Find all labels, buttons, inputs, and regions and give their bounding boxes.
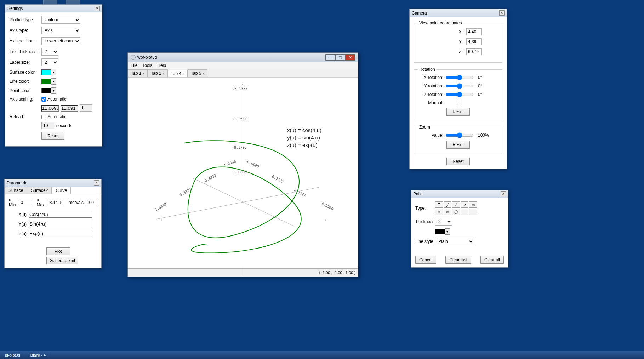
plot3d-window: wpf-plot3d — ▢ ✕ File Tools Help Tab 1x … xyxy=(127,52,358,277)
close-tab-icon[interactable]: x xyxy=(203,72,204,75)
close-tab-icon[interactable]: x xyxy=(163,72,165,75)
xu-input[interactable] xyxy=(29,211,92,218)
scale-z-input[interactable] xyxy=(80,104,92,112)
settings-reset-button[interactable]: Reset xyxy=(41,132,64,140)
tool-circle[interactable]: ○ xyxy=(435,209,443,215)
plot3d-title: wpf-plot3d xyxy=(137,55,157,60)
close-icon[interactable]: × xyxy=(499,10,505,16)
plot-tab-1[interactable]: Tab 1x xyxy=(128,69,148,77)
tab-surface2[interactable]: Surface2 xyxy=(27,187,52,194)
tool-arrow[interactable]: ↗ xyxy=(461,201,468,208)
umax-input[interactable] xyxy=(48,199,64,206)
equation-z: z(u) = exp(u) xyxy=(287,142,317,148)
camera-reset-all-button[interactable]: Reset xyxy=(446,158,469,165)
point-color-picker[interactable]: ▾ xyxy=(41,87,56,94)
line-thickness-select[interactable]: 2 xyxy=(41,48,58,56)
tab-surface[interactable]: Surface xyxy=(5,187,27,194)
umax-label: u Max xyxy=(36,198,46,207)
tool-rect-1[interactable]: ▭ xyxy=(469,201,477,208)
close-tab-icon[interactable]: x xyxy=(183,72,184,76)
minimize-button[interactable]: — xyxy=(325,54,335,61)
plot-tab-5[interactable]: Tab 5x xyxy=(188,69,207,77)
line-color-picker[interactable]: ▾ xyxy=(41,78,56,85)
zoom-reset-button[interactable]: Reset xyxy=(446,141,469,149)
plotting-type-select[interactable]: Uniform xyxy=(41,16,80,24)
yu-input[interactable] xyxy=(29,221,92,227)
tool-blank-2[interactable] xyxy=(469,209,477,215)
label-size-select[interactable]: 2 xyxy=(41,58,58,66)
camera-z-input[interactable] xyxy=(466,48,482,55)
menu-file[interactable]: File xyxy=(131,63,137,68)
manual-checkbox[interactable] xyxy=(457,101,461,105)
close-button[interactable]: ✕ xyxy=(345,54,355,61)
clear-last-button[interactable]: Clear last xyxy=(445,256,471,264)
tab-curve[interactable]: Curve xyxy=(52,187,71,194)
plot3d-titlebar[interactable]: wpf-plot3d — ▢ ✕ xyxy=(128,53,358,62)
axis-type-select[interactable]: Axis xyxy=(41,27,80,34)
intervals-input[interactable] xyxy=(85,199,97,206)
settings-titlebar[interactable]: Settings × xyxy=(5,5,102,12)
plot-tab-2[interactable]: Tab 2x xyxy=(148,69,167,77)
axis-position-label: Axis position: xyxy=(10,39,41,44)
close-icon[interactable]: × xyxy=(95,6,100,11)
zrot-slider[interactable] xyxy=(445,92,474,97)
line-style-select[interactable]: Plain xyxy=(435,238,474,245)
generate-xml-button[interactable]: Generate xml xyxy=(46,257,78,264)
maximize-button[interactable]: ▢ xyxy=(335,54,345,61)
plot-button[interactable]: Plot xyxy=(46,247,70,255)
scale-x-input[interactable] xyxy=(41,105,59,112)
plot-tab-4[interactable]: Tab 4x xyxy=(168,70,188,77)
reload-seconds-input[interactable] xyxy=(41,122,54,129)
tool-blank-1[interactable] xyxy=(461,209,468,215)
zu-label: Z(u) xyxy=(9,231,27,236)
xrot-slider[interactable] xyxy=(445,75,474,80)
tool-text[interactable]: T xyxy=(435,201,443,208)
z-axis-label: z xyxy=(241,82,244,86)
xu-label: X(u) xyxy=(9,212,27,217)
rotation-reset-button[interactable]: Reset xyxy=(446,108,469,116)
tool-ellipse[interactable]: ◯ xyxy=(452,209,460,215)
pallet-titlebar[interactable]: Pallet × xyxy=(411,190,508,198)
zoom-value: 100% xyxy=(478,133,489,138)
zoom-legend: Zoom xyxy=(418,125,432,130)
taskbar-btn-0[interactable]: pf-plot3d xyxy=(0,352,25,358)
svg-text:+: + xyxy=(160,218,163,222)
taskbar-btn-1[interactable]: Blank - 4 xyxy=(25,352,51,358)
close-icon[interactable]: × xyxy=(501,191,506,196)
surface-color-picker[interactable]: ▾ xyxy=(41,69,56,75)
plot-canvas[interactable]: + + z 23.1385 15.7590 8.3795 1.0000 -1.0… xyxy=(128,77,358,268)
parametric-titlebar[interactable]: Parametric × xyxy=(5,179,101,187)
tool-line-1[interactable]: ╱ xyxy=(444,201,451,208)
surface-color-label: Surface color: xyxy=(10,70,41,75)
tool-line-2[interactable]: ╱ xyxy=(452,201,460,208)
umin-label: u Min xyxy=(9,198,17,207)
cancel-button[interactable]: Cancel xyxy=(415,256,436,264)
intervals-label: Intervals xyxy=(68,200,84,205)
pallet-color-picker[interactable]: ▾ xyxy=(435,228,450,235)
z-tick-1: 15.7590 xyxy=(233,117,247,121)
yu-label: Y(u) xyxy=(9,222,27,227)
axis-scaling-auto-checkbox[interactable] xyxy=(41,97,46,102)
camera-y-input[interactable] xyxy=(466,38,482,45)
umin-input[interactable] xyxy=(19,199,33,206)
scale-y-input[interactable] xyxy=(61,105,78,112)
svg-text:+: + xyxy=(324,218,326,222)
status-coords: ( -1.00 , -1.00 , 1.00 ) xyxy=(243,269,358,276)
axis-position-select[interactable]: Lower-left corner xyxy=(41,37,80,45)
reload-auto-checkbox[interactable] xyxy=(41,115,46,119)
yrot-slider[interactable] xyxy=(445,83,474,89)
zoom-slider[interactable] xyxy=(445,132,474,138)
menu-help[interactable]: Help xyxy=(157,63,166,68)
close-icon[interactable]: × xyxy=(94,180,99,186)
axis-type-label: Axis type: xyxy=(10,28,41,33)
tool-rect-2[interactable]: ▭ xyxy=(444,209,451,215)
close-tab-icon[interactable]: x xyxy=(143,72,144,75)
tool-grid: T ╱ ╱ ↗ ▭ ○ ▭ ◯ xyxy=(435,201,477,215)
camera-titlebar[interactable]: Camera × xyxy=(410,9,507,17)
clear-all-button[interactable]: Clear all xyxy=(480,256,504,264)
camera-x-input[interactable] xyxy=(466,28,482,35)
thickness-select[interactable]: 2 xyxy=(435,218,452,226)
zu-input[interactable] xyxy=(29,230,92,237)
menu-tools[interactable]: Tools xyxy=(142,63,152,68)
yrot-value: 0° xyxy=(478,84,482,89)
